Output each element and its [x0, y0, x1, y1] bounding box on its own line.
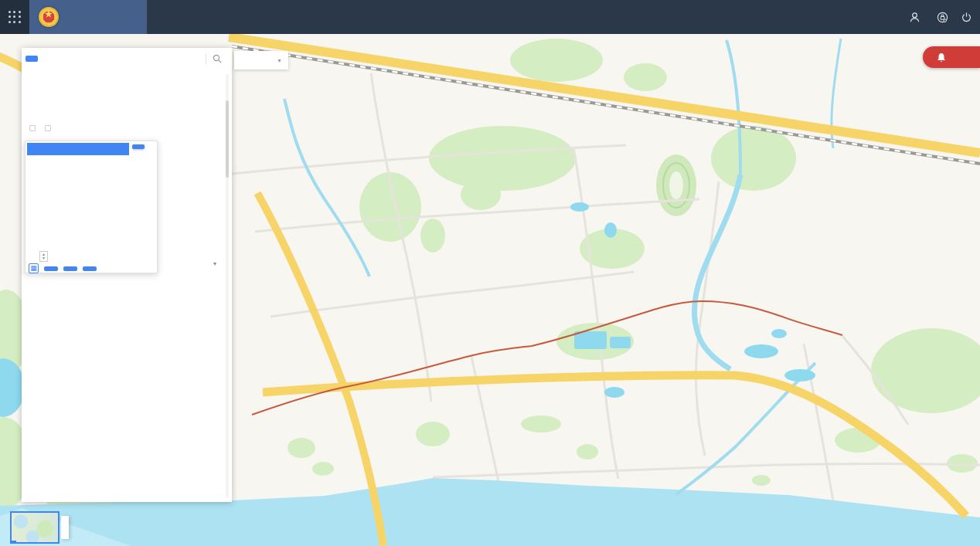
topbar-right	[909, 0, 972, 34]
calendar-clear-button[interactable]	[44, 266, 58, 271]
user-menu[interactable]	[909, 12, 924, 23]
calendar-popup: ▲▼ ▦	[25, 141, 158, 273]
bell-icon	[937, 53, 946, 63]
minimap-label	[10, 541, 16, 544]
grid-icon	[9, 11, 22, 24]
power-icon[interactable]	[961, 12, 972, 23]
police-emblem-icon: ★	[39, 7, 59, 27]
top-navigation-bar: ★	[0, 0, 980, 34]
calendar-grid-icon[interactable]: ▦	[29, 263, 39, 273]
chevron-down-icon: ▼	[277, 58, 282, 63]
calendar-today-button[interactable]	[63, 266, 77, 271]
date-from-picker-icon[interactable]	[29, 125, 36, 131]
minimap-handle[interactable]	[61, 516, 69, 539]
calendar-footer: ▦	[29, 263, 97, 273]
date-range-row	[22, 125, 232, 131]
key-person-tag-button[interactable]	[26, 56, 38, 62]
minimap-toggle[interactable]	[10, 511, 60, 544]
search-icon[interactable]	[206, 54, 228, 63]
calendar-header	[27, 143, 129, 155]
date-to-picker-icon[interactable]	[45, 125, 51, 131]
app-logo: ★	[29, 0, 147, 34]
hidden-item-caret-icon[interactable]: ▾	[213, 260, 216, 267]
calendar-ok-button[interactable]	[83, 266, 97, 271]
district-select[interactable]: ▼	[234, 51, 288, 70]
calendar-confirm-button[interactable]	[132, 144, 145, 149]
alert-info-button[interactable]	[923, 46, 980, 68]
key-person-search-panel: ▾ ▲▼ ▦	[22, 48, 232, 502]
app-launcher-icon[interactable]	[0, 0, 29, 34]
search-input[interactable]	[38, 50, 196, 68]
stadium	[656, 154, 696, 216]
user-icon	[909, 12, 920, 23]
application-window: ★	[0, 0, 980, 546]
time-spinner[interactable]: ▲▼	[39, 251, 48, 262]
calendar-time-row: ▲▼	[30, 251, 48, 262]
security-settings-icon[interactable]	[937, 12, 948, 23]
scrollbar-thumb[interactable]	[226, 100, 229, 178]
search-bar	[22, 48, 228, 70]
metro-line	[252, 301, 842, 415]
